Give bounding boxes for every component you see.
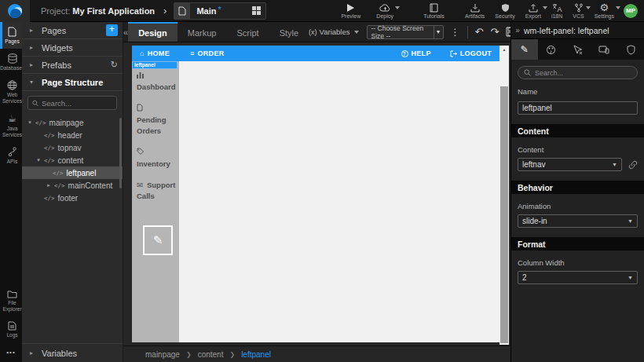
caret-down-icon: ▾ (27, 119, 33, 126)
vcs-button[interactable]: VCS (573, 2, 584, 19)
column-width-select[interactable]: 2 ▼ (518, 271, 638, 284)
scrollbar-thumb[interactable] (500, 86, 508, 343)
left-icon-rail: Pages Databases Web Services ☕ Java Serv… (0, 22, 22, 362)
breadcrumb-mainpage[interactable]: mainpage (145, 350, 180, 359)
scroll-up-icon[interactable]: ▲ (499, 46, 509, 53)
shield-outline-icon (627, 45, 635, 55)
tab-script[interactable]: Script (227, 22, 269, 42)
animation-select[interactable]: slide-in ▼ (518, 214, 638, 228)
sidebar-section-prefabs[interactable]: ▸ Prefabs ↻ (22, 57, 123, 74)
artifacts-button[interactable]: Artifacts (465, 2, 485, 19)
tree-node-mainpage[interactable]: ▾ </> mainpage (22, 116, 123, 129)
deploy-button[interactable]: Deploy (376, 2, 393, 19)
code-icon: </> (53, 170, 64, 177)
gear-icon: ⚙ (600, 2, 609, 13)
section-behavior: Behavior (511, 181, 644, 194)
sidebar-section-variables[interactable]: ▸ Variables (22, 343, 123, 362)
rail-item-web-services[interactable]: Web Services (0, 75, 22, 108)
security-button[interactable]: Security (495, 2, 514, 19)
wavemaker-logo-icon (8, 4, 22, 18)
screen-size-select[interactable]: -- Choose Screen Size -- ▼ (367, 25, 444, 39)
sidebar-section-page-structure[interactable]: ▾ Page Structure (22, 74, 123, 91)
sidebar-section-widgets[interactable]: ▸ Widgets (22, 39, 123, 57)
rail-item-file-explorer[interactable]: File Explorer (0, 285, 22, 316)
breadcrumb-content[interactable]: content (198, 350, 224, 359)
project-label: Project: (41, 6, 70, 16)
canvas-order-link[interactable]: ≡ ORDER (190, 49, 225, 57)
preview-button[interactable]: Preview (341, 2, 360, 19)
pages-icon (8, 27, 16, 37)
rail-item-java-services[interactable]: ☕ Java Services (0, 109, 22, 142)
content-select[interactable]: leftnav ▼ (518, 158, 622, 171)
canvas-nav-inventory[interactable]: Inventory (137, 147, 176, 170)
properties-search[interactable] (518, 66, 638, 79)
canvas-scrollbar[interactable]: ▲ (499, 46, 509, 345)
more-options-icon[interactable]: ••• (0, 342, 22, 362)
rail-item-apis[interactable]: APIs (0, 142, 22, 169)
canvas-logout-link[interactable]: LOGOUT (450, 49, 492, 57)
tree-node-maincontent[interactable]: ▸ </> mainContent (22, 179, 123, 192)
rail-item-databases[interactable]: Databases (0, 49, 22, 75)
link-icon[interactable] (628, 160, 638, 170)
refresh-icon[interactable]: ↻ (111, 60, 118, 70)
caret-right-icon: ▸ (46, 182, 52, 188)
breadcrumb-leftpanel[interactable]: leftpanel (241, 350, 271, 359)
tree-scrollbar[interactable] (119, 118, 122, 188)
export-up-icon (529, 2, 538, 13)
canvas-left-panel[interactable]: Dashboard Pending Orders Inventory ✉Supp… (132, 61, 179, 342)
section-format: Format (511, 237, 644, 250)
structure-search[interactable] (27, 96, 117, 110)
edit-widget-button[interactable]: ✎ (143, 225, 173, 255)
tree-node-footer[interactable]: </> footer (22, 192, 123, 204)
user-avatar[interactable]: MP (624, 4, 638, 18)
tab-devices[interactable] (591, 39, 617, 60)
page-tab-main[interactable]: Main * (174, 2, 266, 20)
variables-button[interactable]: (x) Variables (309, 27, 358, 36)
tab-design[interactable]: Design (128, 22, 177, 42)
rail-item-pages[interactable]: Pages (0, 22, 22, 49)
canvas-help-link[interactable]: ? HELP (401, 49, 431, 57)
tab-style[interactable]: Style (269, 22, 309, 42)
tab-styles[interactable] (538, 39, 565, 60)
redo-icon[interactable]: ↷ (490, 27, 499, 37)
page-grid-icon[interactable] (252, 6, 261, 15)
tree-node-topnav[interactable]: </> topnav (22, 141, 123, 154)
expand-panel-icon[interactable]: » (511, 26, 524, 35)
settings-button[interactable]: ⚙ Settings (595, 2, 614, 19)
tab-security[interactable] (617, 39, 644, 60)
page-file-icon (174, 3, 190, 19)
i18n-button[interactable]: A i18N (551, 2, 562, 19)
kebab-menu-icon[interactable]: ⋮ (451, 27, 460, 38)
variables-icon: (x) (309, 28, 317, 36)
name-field[interactable] (518, 101, 638, 115)
caret-right-icon: ▸ (30, 61, 35, 68)
caret-down-icon (395, 6, 400, 9)
canvas-nav-support-calls[interactable]: ✉Support Calls (137, 180, 176, 203)
properties-search-input[interactable] (535, 69, 621, 77)
tab-markup[interactable]: Markup (177, 22, 227, 42)
add-page-button[interactable]: + (106, 24, 118, 36)
app-logo[interactable] (0, 0, 30, 22)
tab-properties[interactable]: ✎ (511, 39, 538, 60)
tree-node-header[interactable]: </> header (22, 129, 123, 141)
branch-icon (574, 2, 584, 13)
help-icon: ? (401, 50, 408, 57)
undo-icon[interactable]: ↶ (475, 27, 484, 37)
tutorials-button[interactable]: Tutorials (423, 2, 445, 19)
canvas-home-link[interactable]: ⌂ HOME (140, 49, 170, 57)
rail-item-logs[interactable]: Logs (0, 316, 22, 342)
styles-icon (546, 45, 556, 55)
tree-node-content[interactable]: ▾ </> content (22, 154, 123, 166)
export-button[interactable]: Export (525, 2, 541, 19)
sidebar-section-pages[interactable]: ▸ Pages + (22, 22, 123, 39)
selected-widget-tag[interactable]: leftpanel (132, 61, 177, 69)
canvas-main-content[interactable] (179, 61, 499, 342)
tab-events[interactable] (565, 39, 591, 60)
properties-title: wm-left-panel: leftpanel (524, 26, 609, 35)
canvas-topnav: ⌂ HOME ≡ ORDER ? HELP (132, 46, 499, 61)
canvas-nav-dashboard[interactable]: Dashboard (137, 71, 176, 93)
tree-node-leftpanel[interactable]: </> leftpanel (22, 166, 123, 179)
structure-search-input[interactable] (42, 99, 112, 108)
canvas-nav-pending-orders[interactable]: Pending Orders (137, 104, 176, 137)
properties-panel: » wm-left-panel: leftpanel ✎ (510, 22, 644, 362)
